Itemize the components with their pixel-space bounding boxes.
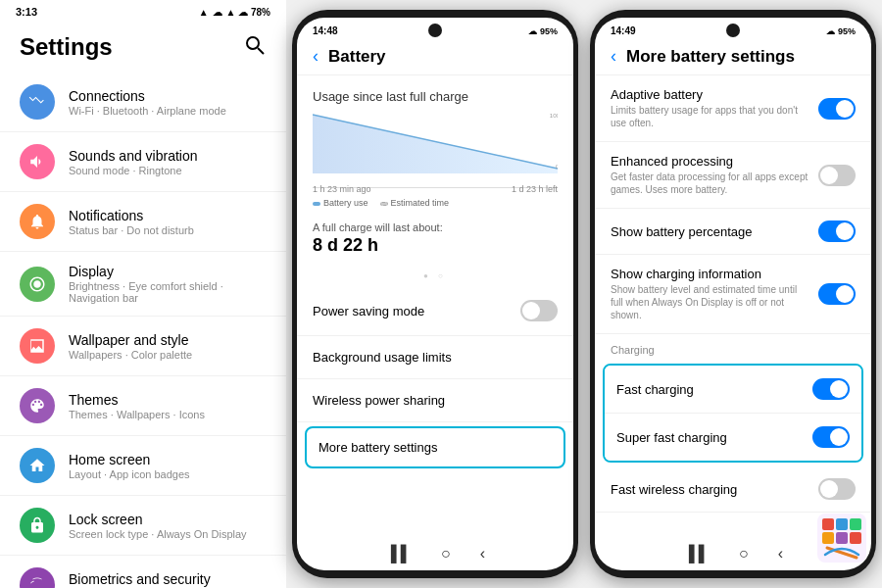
power-saving-thumb [522, 302, 540, 319]
lockscreen-icon-wrap [20, 508, 55, 543]
show-pct-toggle[interactable] [818, 220, 856, 242]
svg-line-1 [258, 48, 264, 54]
battery-middle: 95% [540, 26, 558, 36]
connections-sub: Wi-Fi · Bluetooth · Airplane mode [69, 105, 267, 117]
notifications-icon-wrap [20, 204, 55, 239]
display-icon-wrap [20, 267, 55, 302]
sidebar-item-wallpaper[interactable]: Wallpaper and style Wallpapers · Color p… [0, 317, 286, 376]
fast-charging-label: Fast charging [616, 382, 694, 397]
settings-list: Connections Wi-Fi · Bluetooth · Airplane… [0, 73, 286, 588]
svg-rect-7 [836, 518, 848, 530]
bg-usage-label: Background usage limits [313, 350, 452, 365]
time-left: 3:13 [16, 6, 37, 18]
sidebar-item-biometrics[interactable]: Biometrics and security Face recognition… [0, 556, 286, 588]
battery-chart: 100 0% 1 h 23 min ago 1 d 23 h left [313, 110, 558, 188]
wireless-sharing-label: Wireless power sharing [313, 393, 445, 408]
charging-info-label: Show charging information [611, 267, 810, 281]
super-fast-toggle[interactable] [812, 426, 850, 448]
nav-back-icon-right[interactable]: ‹ [778, 545, 783, 563]
more-settings-label: More battery settings [318, 440, 437, 455]
back-button-middle[interactable]: ‹ [313, 46, 318, 67]
adaptive-battery-item[interactable]: Adaptive battery Limits battery usage fo… [595, 75, 871, 142]
wireless-sharing-item[interactable]: Wireless power sharing [297, 379, 573, 422]
sidebar-item-sounds[interactable]: Sounds and vibration Sound mode · Ringto… [0, 132, 286, 192]
chart-time-left: 1 d 23 h left [512, 184, 558, 194]
home-icon [28, 457, 46, 474]
nav-recents-icon-right[interactable]: ▐ ▌ [683, 545, 710, 563]
battery-use-dot [313, 202, 320, 206]
battery-title: Battery [328, 47, 386, 67]
themes-sub: Themes · Wallpapers · Icons [69, 409, 267, 420]
adaptive-toggle[interactable] [818, 98, 856, 120]
svg-text:100: 100 [550, 112, 558, 119]
biometrics-icon-wrap [20, 567, 55, 588]
enhanced-toggle[interactable] [818, 165, 856, 186]
super-fast-label: Super fast charging [616, 430, 727, 445]
fingerprint-icon [28, 576, 46, 588]
bg-usage-item[interactable]: Background usage limits [297, 336, 573, 379]
settings-title: Settings [20, 33, 113, 61]
wallpaper-icon [28, 337, 46, 355]
wifi-middle: ☁ [528, 26, 537, 36]
sidebar-item-lockscreen[interactable]: Lock screen Screen lock type · Always On… [0, 496, 286, 556]
more-battery-title: More battery settings [626, 47, 795, 67]
sidebar-item-themes[interactable]: Themes Themes · Wallpapers · Icons [0, 376, 286, 436]
wireless-fast-toggle[interactable] [818, 478, 856, 500]
battery-pct-left: ▲ ☁ 78% [226, 7, 270, 18]
middle-phone-screen: 14:48 ☁ 95% ‹ Battery Usage since last f… [297, 18, 573, 570]
full-charge-label: A full charge will last about: [313, 221, 558, 233]
status-bar-left: 3:13 ▲ ☁ ▲ ☁ 78% [0, 0, 286, 24]
phone-notch-middle [428, 24, 442, 37]
time-right: 14:49 [611, 25, 636, 36]
fast-charging-item[interactable]: Fast charging [605, 366, 861, 414]
homescreen-sub: Layout · App icon badges [69, 468, 267, 480]
search-button[interactable] [243, 33, 267, 61]
sidebar-item-connections[interactable]: Connections Wi-Fi · Bluetooth · Airplane… [0, 73, 286, 132]
sounds-label: Sounds and vibration [69, 148, 267, 164]
more-battery-content: Adaptive battery Limits battery usage fo… [595, 75, 871, 537]
enhanced-sub: Get faster data processing for all apps … [611, 171, 810, 196]
connections-label: Connections [69, 88, 267, 104]
wallpaper-label: Wallpaper and style [69, 332, 267, 348]
super-fast-charging-item[interactable]: Super fast charging [605, 414, 861, 461]
svg-rect-11 [850, 532, 861, 544]
battery-chart-svg: 100 0% [313, 110, 558, 178]
full-charge-info: A full charge will last about: 8 d 22 h [297, 212, 573, 266]
sidebar-item-notifications[interactable]: Notifications Status bar · Do not distur… [0, 192, 286, 252]
est-time-dot [380, 202, 388, 206]
fast-charging-toggle[interactable] [812, 378, 850, 400]
signal-icon: ▲ [199, 7, 209, 18]
search-icon [243, 33, 267, 57]
adaptive-label: Adaptive battery [611, 87, 810, 102]
more-battery-settings-item[interactable]: More battery settings [305, 426, 565, 468]
battery-content: Usage since last full charge 100 0% [297, 75, 573, 537]
power-saving-toggle[interactable] [520, 300, 558, 321]
nav-bar-middle: ▐ ▌ ○ ‹ [297, 537, 573, 570]
enhanced-label: Enhanced processing [611, 154, 810, 169]
back-button-right[interactable]: ‹ [611, 46, 616, 67]
power-saving-item[interactable]: Power saving mode [297, 286, 573, 336]
battery-header: ‹ Battery [297, 40, 573, 75]
power-saving-label: Power saving mode [313, 304, 424, 318]
sidebar-item-homescreen[interactable]: Home screen Layout · App icon badges [0, 436, 286, 496]
sounds-sub: Sound mode · Ringtone [69, 165, 267, 176]
charging-info-item[interactable]: Show charging information Show battery l… [595, 255, 871, 334]
notifications-label: Notifications [69, 208, 267, 223]
nav-recents-icon[interactable]: ▐ ▌ [385, 545, 412, 563]
sidebar-item-display[interactable]: Display Brightness · Eye comfort shield … [0, 252, 286, 317]
enhanced-processing-item[interactable]: Enhanced processing Get faster data proc… [595, 142, 871, 209]
wireless-fast-item[interactable]: Fast wireless charging [595, 466, 871, 513]
display-label: Display [69, 264, 267, 279]
nav-home-icon[interactable]: ○ [441, 545, 451, 563]
show-pct-item[interactable]: Show battery percentage [595, 209, 871, 255]
svg-rect-6 [822, 518, 834, 530]
nav-back-icon[interactable]: ‹ [480, 545, 485, 563]
battery-right: 95% [838, 26, 856, 36]
notifications-icon [28, 213, 46, 230]
connections-icon [28, 93, 46, 111]
nav-home-icon-right[interactable]: ○ [739, 545, 749, 563]
svg-rect-9 [822, 532, 834, 544]
biometrics-label: Biometrics and security [69, 571, 267, 587]
charging-info-toggle[interactable] [818, 283, 856, 305]
svg-point-0 [247, 37, 259, 49]
